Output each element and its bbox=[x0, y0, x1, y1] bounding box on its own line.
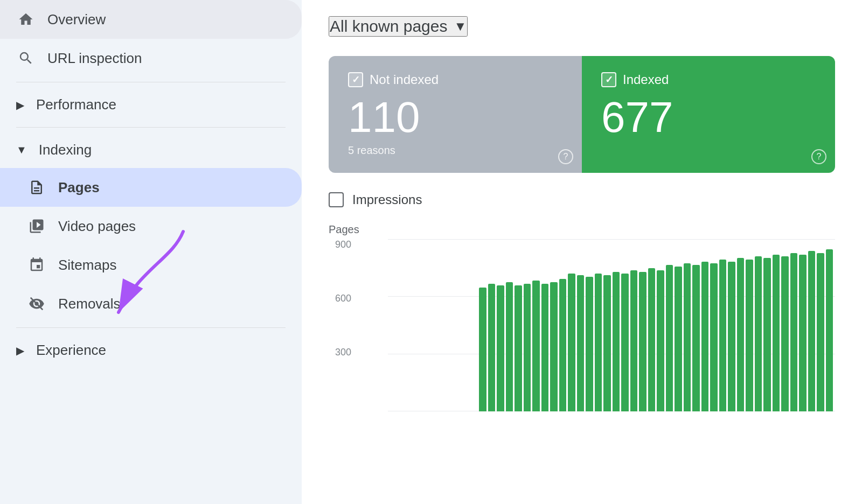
header-row: All known pages ▼ bbox=[329, 16, 835, 37]
sidebar-item-video-pages-label: Video pages bbox=[58, 218, 136, 235]
sidebar-item-removals[interactable]: Removals bbox=[0, 284, 302, 323]
y-tick-600: 600 bbox=[329, 293, 351, 304]
dropdown-label: All known pages bbox=[330, 17, 447, 36]
pages-filter-dropdown[interactable]: All known pages ▼ bbox=[329, 16, 468, 37]
indexed-checkbox[interactable]: ✓ bbox=[601, 72, 616, 87]
chart-bar bbox=[515, 285, 522, 411]
index-cards-row: ✓ Not indexed 110 5 reasons ? ✓ Indexed … bbox=[329, 56, 835, 173]
chart-bar bbox=[488, 284, 496, 411]
chart-bar bbox=[613, 272, 620, 411]
sidebar: Overview URL inspection ▶ Performance ▼ … bbox=[0, 0, 302, 504]
dropdown-arrow-icon: ▼ bbox=[454, 19, 467, 34]
chart-bar bbox=[586, 277, 593, 411]
impressions-checkbox[interactable] bbox=[329, 192, 344, 207]
sidebar-item-sitemaps[interactable]: Sitemaps bbox=[0, 246, 302, 284]
chart-bar bbox=[550, 282, 558, 411]
home-icon bbox=[16, 10, 36, 29]
sidebar-section-performance[interactable]: ▶ Performance bbox=[0, 87, 302, 123]
not-indexed-subtitle: 5 reasons bbox=[348, 144, 562, 157]
sidebar-item-pages-label: Pages bbox=[58, 179, 100, 196]
chart-bar bbox=[799, 255, 807, 411]
chart-bar bbox=[577, 275, 585, 411]
sidebar-section-experience[interactable]: ▶ Experience bbox=[0, 332, 302, 368]
chart-bar bbox=[532, 281, 540, 411]
chart-bar bbox=[763, 258, 771, 411]
indexing-label: Indexing bbox=[39, 142, 92, 158]
impressions-row: Impressions bbox=[329, 192, 835, 207]
chart-bar bbox=[728, 262, 735, 411]
chart-bar bbox=[701, 262, 709, 411]
divider-2 bbox=[16, 127, 286, 128]
chart-bar bbox=[524, 284, 531, 411]
sidebar-item-overview-label: Overview bbox=[47, 11, 106, 28]
chart-bar bbox=[675, 267, 682, 411]
chart-bar bbox=[719, 260, 727, 411]
indexed-help-icon[interactable]: ? bbox=[811, 149, 826, 164]
chart-bar bbox=[817, 253, 824, 411]
chart-bar bbox=[541, 284, 549, 411]
chart-bar bbox=[781, 256, 789, 411]
sidebar-section-indexing[interactable]: ▼ Indexing bbox=[0, 132, 302, 168]
not-indexed-checkmark: ✓ bbox=[352, 74, 360, 86]
sidebar-item-sitemaps-label: Sitemaps bbox=[58, 257, 116, 274]
impressions-label: Impressions bbox=[352, 192, 422, 207]
chart-bar bbox=[639, 272, 646, 411]
search-icon bbox=[16, 48, 36, 68]
indexed-count: 677 bbox=[601, 96, 816, 139]
chart-y-axis-label: Pages bbox=[329, 223, 835, 236]
not-indexed-header: ✓ Not indexed bbox=[348, 72, 562, 87]
chart-bar bbox=[755, 256, 762, 411]
sidebar-item-overview[interactable]: Overview bbox=[0, 0, 302, 39]
not-indexed-title: Not indexed bbox=[370, 72, 439, 87]
chart-bar bbox=[737, 258, 745, 411]
performance-label: Performance bbox=[36, 96, 116, 113]
chart-bar bbox=[773, 255, 780, 411]
sitemaps-icon bbox=[27, 255, 46, 275]
not-indexed-checkbox[interactable]: ✓ bbox=[348, 72, 363, 87]
chart-bar bbox=[710, 263, 718, 411]
pages-icon bbox=[27, 178, 46, 197]
indexed-header: ✓ Indexed bbox=[601, 72, 816, 87]
indexing-chevron: ▼ bbox=[16, 144, 27, 156]
chart-bar bbox=[790, 253, 798, 411]
divider-1 bbox=[16, 82, 286, 82]
indexed-title: Indexed bbox=[623, 72, 669, 87]
indexed-checkmark: ✓ bbox=[605, 74, 613, 86]
chart-bar bbox=[621, 274, 629, 411]
bars-container bbox=[388, 239, 835, 411]
sidebar-item-video-pages[interactable]: Video pages bbox=[0, 207, 302, 246]
chart-bar bbox=[506, 282, 513, 411]
chart-bar bbox=[692, 265, 700, 411]
chart-bar bbox=[568, 274, 575, 411]
chart-bar bbox=[497, 285, 504, 411]
chart-bar bbox=[630, 270, 638, 411]
chart-bar bbox=[648, 268, 656, 411]
chart-bar bbox=[684, 263, 691, 411]
chart-bar bbox=[603, 275, 611, 411]
sidebar-item-url-inspection-label: URL inspection bbox=[47, 50, 142, 67]
removals-icon bbox=[27, 294, 46, 313]
chart-bar bbox=[479, 288, 486, 411]
y-tick-900: 900 bbox=[329, 239, 351, 250]
sidebar-item-removals-label: Removals bbox=[58, 296, 121, 312]
chart-area: Pages 900 600 300 bbox=[329, 223, 835, 411]
y-tick-300: 300 bbox=[329, 347, 351, 358]
video-icon bbox=[27, 216, 46, 236]
experience-label: Experience bbox=[36, 342, 106, 359]
not-indexed-count: 110 bbox=[348, 96, 562, 139]
performance-chevron: ▶ bbox=[16, 99, 24, 111]
chart-bar bbox=[559, 279, 567, 411]
chart-bar bbox=[657, 270, 664, 411]
chart-bar bbox=[826, 249, 833, 411]
experience-chevron: ▶ bbox=[16, 344, 24, 357]
chart-bar bbox=[808, 251, 816, 411]
main-content: All known pages ▼ ✓ Not indexed 110 5 re… bbox=[302, 0, 862, 504]
sidebar-item-pages[interactable]: Pages bbox=[0, 168, 302, 207]
chart-bar bbox=[666, 265, 673, 411]
sidebar-item-url-inspection[interactable]: URL inspection bbox=[0, 39, 302, 78]
not-indexed-card: ✓ Not indexed 110 5 reasons ? bbox=[329, 56, 582, 173]
chart-container bbox=[388, 239, 835, 411]
not-indexed-help-icon[interactable]: ? bbox=[558, 149, 573, 164]
divider-3 bbox=[16, 327, 286, 328]
chart-bar bbox=[746, 260, 753, 411]
